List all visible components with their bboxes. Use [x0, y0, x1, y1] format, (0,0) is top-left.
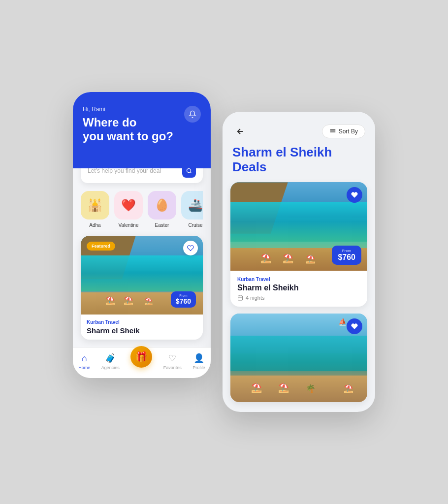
nav-agencies[interactable]: 🧳 Agencies — [101, 353, 120, 370]
sort-button[interactable]: Sort By — [322, 125, 365, 138]
deal-card-1[interactable]: ⛱️ ⛱️ ⛱️ From $760 Kurban Tr — [230, 182, 367, 307]
valentine-label: Valentine — [119, 222, 139, 228]
featured-info: Kurban Travel Sharm el Sheik — [81, 315, 203, 340]
app-container: Hi, Rami Where do you want to go? Let's … — [58, 72, 390, 432]
svg-rect-4 — [238, 296, 243, 300]
category-valentine[interactable]: ❤️ Valentine — [114, 191, 143, 228]
favorite-button[interactable] — [183, 241, 198, 255]
phone2: Sort By Sharm el Sheikh Deals ⛱️ — [223, 112, 375, 412]
featured-agency: Kurban Travel — [87, 319, 197, 325]
main-title: Where do you want to go? — [83, 116, 201, 144]
phone1-body: Let's help you find your deal 🕌 Adha ❤️ … — [73, 158, 211, 347]
profile-icon: 👤 — [193, 353, 204, 364]
category-easter[interactable]: 🥚 Easter — [148, 191, 176, 228]
home-label: Home — [78, 365, 90, 370]
category-adha[interactable]: 🕌 Adha — [81, 191, 109, 228]
deal1-agency: Kurban Travel — [237, 277, 360, 282]
deal-card-2[interactable]: ⛵ ⛱️ ⛱️ 🌴 ⛱️ — [230, 314, 367, 402]
phone2-header: Sort By — [223, 112, 375, 145]
featured-card[interactable]: ⛱️ ⛱️ ⛱️ Featured From $760 — [81, 236, 203, 340]
category-cruise[interactable]: 🚢 Cruise — [181, 191, 203, 228]
adha-label: Adha — [89, 222, 100, 228]
featured-name: Sharm el Sheik — [87, 326, 197, 335]
favorites-label: Favorites — [163, 365, 182, 370]
categories-row: 🕌 Adha ❤️ Valentine 🥚 Easter 🚢 Cruise — [81, 191, 203, 228]
adha-icon: 🕌 — [81, 191, 109, 220]
phone1-header: Hi, Rami Where do you want to go? — [73, 92, 211, 169]
deals-title: Sharm el Sheikh Deals — [223, 145, 375, 183]
agencies-icon: 🧳 — [105, 353, 116, 364]
easter-icon: 🥚 — [148, 191, 176, 220]
home-icon: ⌂ — [82, 353, 87, 364]
favorites-icon: ♡ — [168, 353, 176, 364]
valentine-icon: ❤️ — [114, 191, 143, 220]
cruise-label: Cruise — [189, 222, 203, 228]
phone1: Hi, Rami Where do you want to go? Let's … — [73, 92, 211, 378]
deals-title-text: Sharm el Sheikh Deals — [232, 145, 365, 175]
gift-center-button[interactable]: 🎁 — [130, 346, 152, 368]
sort-label: Sort By — [339, 128, 358, 135]
greeting-text: Hi, Rami — [83, 106, 201, 113]
bottom-nav: ⌂ Home 🧳 Agencies 🎁 ♡ Favorites 👤 Profil… — [73, 347, 211, 378]
back-button[interactable] — [232, 124, 248, 139]
deal1-nights: 4 nights — [237, 295, 360, 301]
profile-label: Profile — [192, 365, 205, 370]
easter-label: Easter — [155, 222, 169, 228]
deal1-info: Kurban Travel Sharm el Sheikh 4 nights — [230, 271, 367, 307]
svg-point-0 — [187, 169, 191, 173]
nav-profile[interactable]: 👤 Profile — [192, 353, 205, 370]
notification-button[interactable] — [184, 106, 201, 123]
search-placeholder: Let's help you find your deal — [88, 167, 161, 174]
price-badge: From $760 — [171, 291, 196, 308]
deal1-price-badge: From $760 — [332, 246, 361, 265]
nav-home[interactable]: ⌂ Home — [78, 353, 90, 370]
cruise-icon: 🚢 — [181, 191, 203, 220]
agencies-label: Agencies — [101, 365, 120, 370]
deal2-image: ⛵ ⛱️ ⛱️ 🌴 ⛱️ — [230, 314, 367, 402]
deal1-name: Sharm el Sheikh — [237, 284, 360, 292]
featured-badge: Featured — [87, 242, 115, 251]
nav-favorites[interactable]: ♡ Favorites — [163, 353, 182, 370]
deal1-image: ⛱️ ⛱️ ⛱️ From $760 — [230, 182, 367, 271]
featured-image: ⛱️ ⛱️ ⛱️ Featured From $760 — [81, 236, 203, 315]
deals-list: ⛱️ ⛱️ ⛱️ From $760 Kurban Tr — [223, 182, 375, 412]
